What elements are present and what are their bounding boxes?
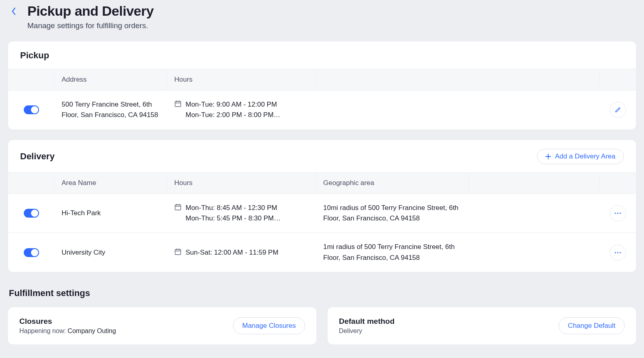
svg-rect-5 xyxy=(175,249,181,255)
svg-point-2 xyxy=(615,212,616,214)
delivery-row: University City Sun-Sat: 12:00 AM - 11:5… xyxy=(8,233,636,272)
svg-point-3 xyxy=(617,212,618,214)
back-button[interactable] xyxy=(8,6,19,17)
delivery-hours-line: Mon-Thu: 5:45 PM - 8:30 PM… xyxy=(186,213,281,224)
calendar-icon xyxy=(174,248,182,258)
delivery-toggle[interactable] xyxy=(24,248,39,257)
delivery-toggle[interactable] xyxy=(24,209,39,218)
delivery-geographic-area: 1mi radius of 500 Terry Francine Street,… xyxy=(316,233,469,272)
column-address: Address xyxy=(54,69,167,90)
closures-sub-prefix: Happening now: xyxy=(19,327,68,334)
delivery-hours-line: Sun-Sat: 12:00 AM - 11:59 PM xyxy=(186,247,279,258)
closures-title: Closures xyxy=(19,317,116,326)
default-method-card: Default method Delivery Change Default xyxy=(328,307,636,344)
add-delivery-area-label: Add a Delivery Area xyxy=(555,152,615,160)
pickup-toggle[interactable] xyxy=(24,105,39,114)
delivery-card: Delivery Add a Delivery Area Area Name H… xyxy=(8,140,636,272)
kebab-horizontal-icon xyxy=(614,252,621,253)
edit-pickup-button[interactable] xyxy=(610,102,626,118)
column-hours: Hours xyxy=(167,173,316,193)
closures-card: Closures Happening now: Company Outing M… xyxy=(8,307,316,344)
svg-point-4 xyxy=(619,212,621,214)
column-hours: Hours xyxy=(167,69,316,90)
delivery-area-name: Hi-Tech Park xyxy=(54,199,167,227)
default-method-value: Delivery xyxy=(339,327,394,335)
pickup-row: 500 Terry Francine Street, 6th Floor, Sa… xyxy=(8,91,636,130)
closures-current-value: Company Outing xyxy=(68,327,116,334)
delivery-title: Delivery xyxy=(20,151,55,162)
pickup-table-header: Address Hours xyxy=(8,69,636,91)
svg-point-6 xyxy=(615,252,616,253)
kebab-horizontal-icon xyxy=(614,212,621,214)
plus-icon xyxy=(545,154,551,159)
page-subtitle: Manage settings for fulfilling orders. xyxy=(27,21,154,30)
delivery-row: Hi-Tech Park Mon-Thu: 8:45 AM - 12:30 PM… xyxy=(8,194,636,233)
pencil-icon xyxy=(615,107,621,113)
default-method-title: Default method xyxy=(339,317,394,326)
svg-point-8 xyxy=(619,252,621,253)
svg-point-7 xyxy=(617,252,618,253)
delivery-hours-line: Mon-Thu: 8:45 AM - 12:30 PM xyxy=(186,203,281,213)
manage-closures-button[interactable]: Manage Closures xyxy=(233,317,305,334)
pickup-address: 500 Terry Francine Street, 6th Floor, Sa… xyxy=(54,91,167,130)
add-delivery-area-button[interactable]: Add a Delivery Area xyxy=(537,149,624,164)
calendar-icon xyxy=(174,100,182,121)
column-geographic-area: Geographic area xyxy=(316,173,469,193)
pickup-hours-line: Mon-Tue: 2:00 PM - 8:00 PM… xyxy=(186,110,281,120)
page-header: Pickup and Delivery Manage settings for … xyxy=(8,0,636,41)
delivery-row-more-button[interactable] xyxy=(610,205,626,221)
delivery-row-more-button[interactable] xyxy=(610,245,626,261)
delivery-table-header: Area Name Hours Geographic area xyxy=(8,172,636,194)
change-default-button[interactable]: Change Default xyxy=(559,317,625,334)
column-area-name: Area Name xyxy=(54,173,167,193)
pickup-hours-line: Mon-Tue: 9:00 AM - 12:00 PM xyxy=(186,99,281,110)
page-title: Pickup and Delivery xyxy=(27,3,154,19)
delivery-area-name: University City xyxy=(54,239,167,267)
delivery-geographic-area: 10mi radius of 500 Terry Francine Street… xyxy=(316,194,469,233)
chevron-left-icon xyxy=(11,7,16,15)
pickup-card: Pickup Address Hours 500 Terry Francine … xyxy=(8,41,636,130)
svg-rect-0 xyxy=(175,101,181,107)
calendar-icon xyxy=(174,204,182,224)
fulfillment-settings-title: Fulfillment settings xyxy=(9,288,636,298)
pickup-title: Pickup xyxy=(20,50,49,61)
svg-rect-1 xyxy=(175,205,181,210)
